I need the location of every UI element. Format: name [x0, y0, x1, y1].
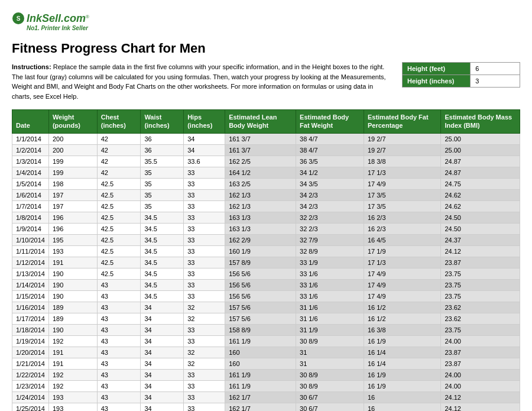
table-cell: 193 — [48, 403, 97, 411]
table-cell: 43 — [97, 403, 141, 411]
table-cell: 33 — [184, 245, 225, 257]
table-cell: 33 — [184, 257, 225, 268]
table-cell: 34 — [141, 347, 184, 358]
table-cell: 33 — [184, 268, 225, 279]
table-cell: 17 1/9 — [364, 245, 440, 257]
table-cell: 33 — [184, 223, 225, 234]
table-cell: 34.5 — [141, 223, 184, 234]
table-cell: 196 — [48, 212, 97, 223]
table-cell: 34 — [141, 313, 184, 324]
table-cell: 163 1/3 — [225, 223, 296, 234]
table-cell: 34.5 — [141, 279, 184, 290]
col-header-hips: Hips (inches) — [184, 110, 225, 134]
col-header-fat-pct: Estimated Body Fat Percentage — [364, 110, 440, 134]
table-cell: 1/16/2014 — [12, 302, 49, 313]
table-cell: 35.5 — [141, 156, 184, 167]
table-cell: 33 — [184, 403, 225, 411]
table-cell: 34.5 — [141, 290, 184, 302]
table-cell: 31 — [296, 358, 364, 369]
table-cell: 32 7/9 — [296, 234, 364, 245]
table-cell: 24.50 — [441, 223, 520, 234]
table-cell: 42 — [97, 167, 141, 178]
instructions: Instructions: Replace the sample data in… — [12, 62, 392, 101]
table-cell: 25.00 — [441, 144, 520, 156]
table-cell: 189 — [48, 302, 97, 313]
col-header-waist: Waist (inches) — [141, 110, 184, 134]
table-cell: 33 — [184, 178, 225, 189]
logo: S InkSell.com ® No1. Printer Ink Seller — [12, 12, 520, 31]
table-cell: 36 — [141, 133, 184, 144]
table-cell: 34.5 — [141, 234, 184, 245]
height-inches-value[interactable]: 3 — [471, 75, 520, 88]
table-cell: 17 4/9 — [364, 268, 440, 279]
table-cell: 33 1/6 — [296, 268, 364, 279]
col-header-date: Date — [12, 110, 49, 134]
table-cell: 33 — [184, 290, 225, 302]
table-cell: 35 — [141, 189, 184, 200]
table-cell: 43 — [97, 358, 141, 369]
table-cell: 33 — [184, 369, 225, 380]
table-cell: 34.5 — [141, 257, 184, 268]
table-cell: 42 — [97, 144, 141, 156]
table-cell: 192 — [48, 369, 97, 380]
table-cell: 33 — [184, 380, 225, 391]
table-cell: 23.62 — [441, 302, 520, 313]
table-cell: 1/17/2014 — [12, 313, 49, 324]
table-cell: 162 1/7 — [225, 403, 296, 411]
table-cell: 24.12 — [441, 245, 520, 257]
height-inches-label: Height (inches) — [403, 75, 471, 88]
table-cell: 24.87 — [441, 156, 520, 167]
table-cell: 1/24/2014 — [12, 391, 49, 403]
table-cell: 31 1/6 — [296, 313, 364, 324]
table-cell: 158 8/9 — [225, 324, 296, 335]
table-cell: 42.5 — [97, 234, 141, 245]
table-cell: 32 2/3 — [296, 212, 364, 223]
table-cell: 42.5 — [97, 245, 141, 257]
table-cell: 17 1/3 — [364, 167, 440, 178]
col-header-chest: Chest (inches) — [97, 110, 141, 134]
table-cell: 19 2/7 — [364, 144, 440, 156]
table-cell: 38 4/7 — [296, 144, 364, 156]
table-row: 1/23/2014192433433161 1/930 8/916 1/924.… — [12, 380, 520, 391]
table-cell: 1/12/2014 — [12, 257, 49, 268]
table-cell: 162 1/3 — [225, 189, 296, 200]
table-cell: 17 3/5 — [364, 200, 440, 212]
table-row: 1/11/201419342.534.533160 1/932 8/917 1/… — [12, 245, 520, 257]
table-cell: 1/5/2014 — [12, 178, 49, 189]
height-table: Height (feet) 6 Height (inches) 3 — [402, 62, 520, 88]
table-cell: 160 1/9 — [225, 245, 296, 257]
table-cell: 43 — [97, 380, 141, 391]
table-row: 1/3/20141994235.533.6162 2/536 3/518 3/8… — [12, 156, 520, 167]
table-cell: 30 8/9 — [296, 369, 364, 380]
table-cell: 34 2/3 — [296, 189, 364, 200]
table-cell: 1/25/2014 — [12, 403, 49, 411]
table-cell: 160 — [225, 358, 296, 369]
table-row: 1/4/2014199423533164 1/234 1/217 1/324.8… — [12, 167, 520, 178]
table-cell: 36 3/5 — [296, 156, 364, 167]
table-cell: 42.5 — [97, 212, 141, 223]
table-cell: 19 2/7 — [364, 133, 440, 144]
table-cell: 34.5 — [141, 268, 184, 279]
table-cell: 16 1/9 — [364, 380, 440, 391]
table-cell: 1/18/2014 — [12, 324, 49, 335]
table-cell: 33 — [184, 335, 225, 347]
col-header-lean-weight: Estimated Lean Body Weight — [225, 110, 296, 134]
table-cell: 43 — [97, 290, 141, 302]
table-cell: 197 — [48, 189, 97, 200]
table-cell: 42.5 — [97, 178, 141, 189]
table-row: 1/20/20141914334321603116 1/423.87 — [12, 347, 520, 358]
table-cell: 34 — [141, 369, 184, 380]
table-cell: 33 — [184, 212, 225, 223]
table-cell: 24.62 — [441, 189, 520, 200]
table-cell: 23.87 — [441, 257, 520, 268]
table-cell: 1/21/2014 — [12, 358, 49, 369]
height-feet-value[interactable]: 6 — [471, 63, 520, 75]
table-cell: 43 — [97, 313, 141, 324]
table-cell: 23.87 — [441, 347, 520, 358]
height-feet-label: Height (feet) — [403, 63, 471, 75]
table-cell: 33 — [184, 200, 225, 212]
table-cell: 23.75 — [441, 268, 520, 279]
table-row: 1/6/201419742.53533162 1/334 2/317 3/524… — [12, 189, 520, 200]
table-cell: 43 — [97, 279, 141, 290]
table-cell: 190 — [48, 290, 97, 302]
